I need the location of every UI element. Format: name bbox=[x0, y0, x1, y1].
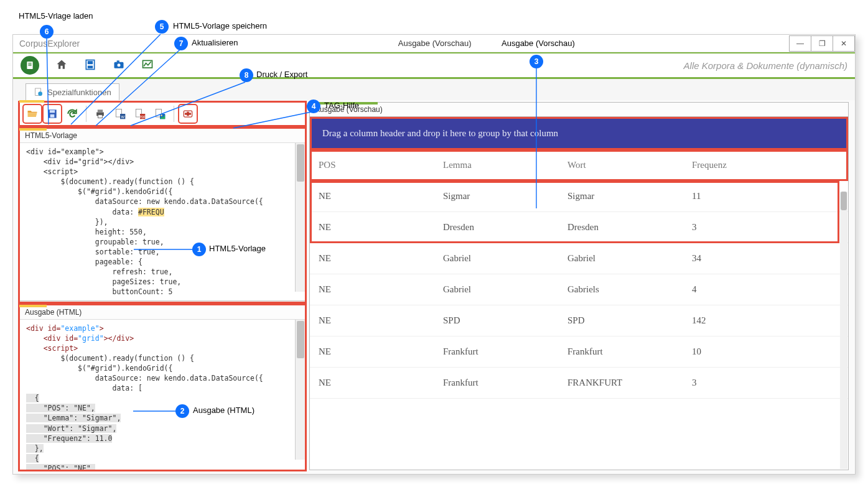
html-output[interactable]: <div id="example"> <div id="grid"></div>… bbox=[20, 320, 305, 470]
table-row[interactable]: NEFrankfurtFRANKFURT3 bbox=[310, 368, 848, 399]
annotation-7-label: Aktualisieren bbox=[192, 38, 238, 47]
save-button[interactable] bbox=[44, 105, 61, 123]
annotation-6-label: HTML5-Vrlage laden bbox=[19, 11, 93, 21]
tab-spezialfunktionen[interactable]: Spezialfunktionen bbox=[26, 83, 119, 100]
panel-ausgabe-vorschau: Ausgabe (Vorschau) Drag a column header … bbox=[309, 102, 849, 470]
annotation-5-label: HTML5-Vorlage speichern bbox=[173, 21, 267, 30]
app-logo-icon[interactable] bbox=[21, 56, 39, 75]
disk-icon[interactable] bbox=[84, 58, 96, 73]
svg-rect-25 bbox=[98, 109, 103, 112]
annotation-8-label: Druck / Export bbox=[256, 70, 307, 79]
panel-html5-vorlage-title: HTML5-Vorlage bbox=[20, 129, 305, 143]
open-button[interactable] bbox=[24, 105, 41, 123]
row-selection-highlight bbox=[310, 181, 839, 243]
anno-bubble-3: 3 bbox=[530, 55, 543, 68]
table-row[interactable]: NESPDSPD142 bbox=[310, 305, 848, 336]
col-frequenz[interactable]: Frequenz bbox=[683, 150, 848, 180]
svg-point-16 bbox=[118, 63, 121, 67]
help-button[interactable] bbox=[179, 105, 197, 123]
col-lemma[interactable]: Lemma bbox=[434, 150, 559, 180]
annotation-2-label: Ausgabe (HTML) bbox=[193, 406, 254, 415]
svg-rect-17 bbox=[117, 60, 119, 62]
export-pdf-button[interactable]: PDF bbox=[131, 105, 149, 123]
anno-bubble-5: 5 bbox=[155, 20, 169, 34]
anno-bubble-4: 4 bbox=[307, 100, 320, 113]
annotation-3-label: Ausgabe (Vorschau) bbox=[502, 39, 575, 48]
print-button[interactable] bbox=[91, 105, 109, 123]
secondary-toolbar: W PDF bbox=[19, 102, 306, 126]
home-icon[interactable] bbox=[55, 58, 68, 73]
table-row[interactable]: NEGabrielGabriel34 bbox=[310, 243, 848, 274]
annotation-4-label: TAG-Hilfe bbox=[324, 101, 359, 110]
export-word-button[interactable]: W bbox=[111, 105, 129, 123]
tab-label: Spezialfunktionen bbox=[47, 88, 111, 97]
refresh-button[interactable] bbox=[63, 105, 81, 123]
panel-ausgabe-html-title: Ausgabe (HTML) bbox=[20, 305, 305, 320]
table-row[interactable]: NEGabrielGabriels4 bbox=[310, 274, 848, 305]
svg-rect-14 bbox=[88, 65, 93, 68]
anno-bubble-6: 6 bbox=[40, 25, 54, 39]
doc-globe-icon bbox=[34, 87, 44, 97]
export-image-button[interactable] bbox=[151, 105, 169, 123]
svg-point-20 bbox=[38, 91, 42, 96]
svg-rect-13 bbox=[88, 61, 93, 64]
group-drop-area[interactable]: Drag a column header and drop it here to… bbox=[310, 117, 848, 150]
col-wort[interactable]: Wort bbox=[559, 150, 683, 180]
svg-rect-38 bbox=[185, 113, 191, 114]
svg-rect-10 bbox=[28, 64, 31, 65]
col-pos[interactable]: POS bbox=[310, 150, 434, 180]
camera-icon[interactable] bbox=[113, 58, 125, 73]
panel-html5-vorlage: HTML5-Vorlage <div id="example"> <div id… bbox=[19, 128, 306, 302]
scope-label: Alle Korpora & Dokumente (dynamisch) bbox=[684, 60, 847, 71]
app-window: CorpusExplorer Ausgabe (Vorschau) — ❐ ✕ … bbox=[12, 34, 856, 475]
anno-bubble-2: 2 bbox=[175, 404, 189, 418]
panel-ausgabe-html: Ausgabe (HTML) <div id="example"> <div i… bbox=[19, 305, 306, 470]
anno-bubble-7: 7 bbox=[174, 37, 188, 50]
code-editor[interactable]: <div id="example"> <div id="grid"></div>… bbox=[20, 143, 305, 300]
chart-icon[interactable] bbox=[141, 58, 154, 73]
tab-strip: Spezialfunktionen bbox=[13, 79, 855, 100]
svg-rect-22 bbox=[50, 110, 55, 113]
window-minimize-button[interactable]: — bbox=[789, 35, 811, 52]
svg-text:W: W bbox=[121, 115, 124, 119]
main-toolbar: Alle Korpora & Dokumente (dynamisch) bbox=[13, 52, 855, 77]
svg-point-35 bbox=[161, 114, 162, 116]
svg-rect-23 bbox=[50, 114, 55, 118]
svg-rect-26 bbox=[98, 115, 103, 118]
app-title: CorpusExplorer bbox=[19, 39, 80, 49]
annotation-1-label: HTML5-Vorlage bbox=[209, 244, 266, 253]
grid-header: POS Lemma Wort Frequenz bbox=[310, 150, 848, 181]
anno-bubble-1: 1 bbox=[192, 243, 206, 256]
hscrollbar[interactable]: ◄► bbox=[20, 300, 305, 301]
grid-vscrollbar[interactable] bbox=[840, 192, 847, 469]
window-close-button[interactable]: ✕ bbox=[833, 35, 855, 52]
vscrollbar[interactable] bbox=[295, 143, 305, 292]
window-maximize-button[interactable]: ❐ bbox=[811, 35, 833, 52]
svg-rect-9 bbox=[28, 63, 31, 63]
anno-bubble-8: 8 bbox=[240, 68, 253, 82]
table-row[interactable]: NEFrankfurtFrankfurt10 bbox=[310, 336, 848, 368]
titlebar: CorpusExplorer Ausgabe (Vorschau) — ❐ ✕ bbox=[13, 35, 855, 52]
svg-rect-11 bbox=[28, 65, 31, 66]
vscrollbar[interactable] bbox=[295, 320, 305, 460]
svg-text:PDF: PDF bbox=[139, 115, 146, 119]
grid-rows: NESigmarSigmar11NEDresdenDresden3NEGabri… bbox=[310, 181, 848, 470]
